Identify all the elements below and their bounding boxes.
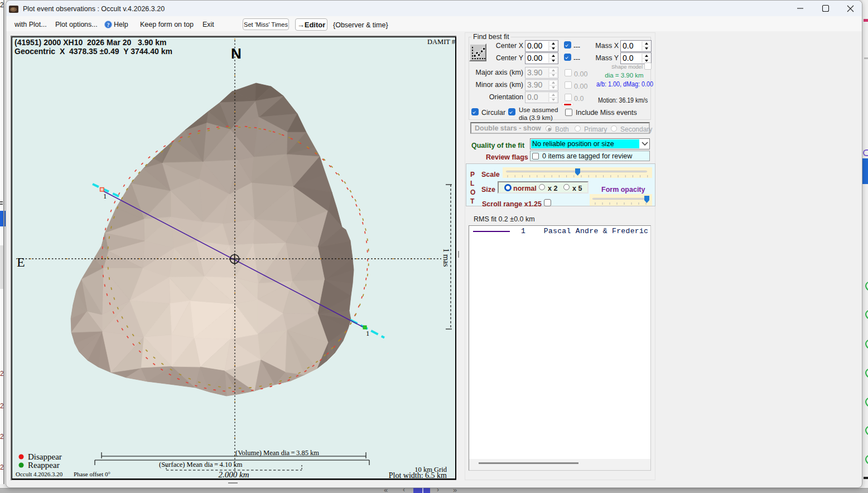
svg-text:Disappear: Disappear [28,452,62,461]
svg-text:1 mas: 1 mas [442,248,450,267]
svg-text:1: 1 [366,330,369,337]
svg-text:2.000 km: 2.000 km [219,470,249,478]
svg-text:(41951) 2000 XH10 2026 Mar 20: (41951) 2000 XH10 2026 Mar 20 3.90 km [15,38,166,47]
svg-text:Reappear: Reappear [28,461,60,470]
svg-text:N: N [231,45,242,62]
svg-text:(Volume) Mean dia = 3.85 km: (Volume) Mean dia = 3.85 km [235,449,319,457]
svg-text:E: E [17,255,25,269]
svg-text:DAMIT #: DAMIT # [427,38,455,46]
svg-text:1: 1 [103,192,107,200]
svg-text:Geocentric X 4378.35 ±0.49: Geocentric X 4378.35 ±0.49 Y 3744.40 km [15,47,172,56]
svg-text:Occult 4.2026.3.20: Occult 4.2026.3.20 [16,471,63,477]
svg-text:?: ? [107,22,110,28]
svg-text:Plot width: 6.5 km: Plot width: 6.5 km [389,471,447,478]
svg-text:Phase offset 0°: Phase offset 0° [74,471,110,477]
svg-text:(Surface) Mean dia = 4.10 km: (Surface) Mean dia = 4.10 km [159,461,243,468]
